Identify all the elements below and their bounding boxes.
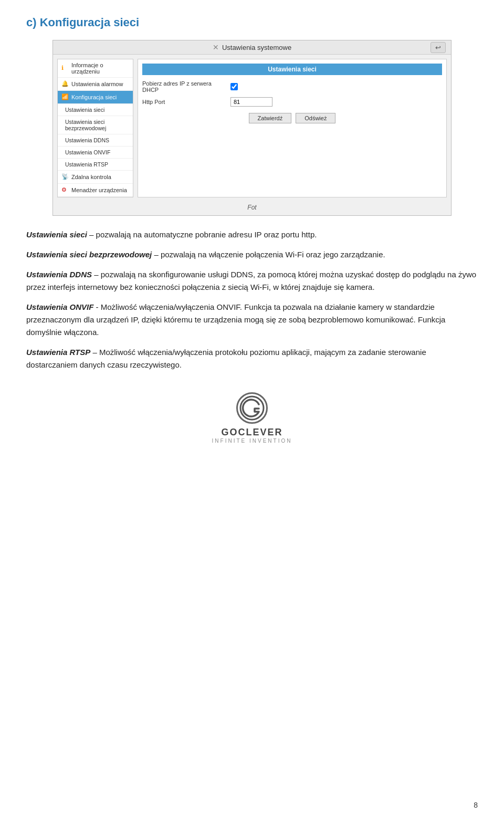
sidebar-item-remote[interactable]: 📡 Zdalna kontrola	[58, 171, 133, 184]
paragraph-1: Ustawienia sieci – pozwalają na automaty…	[26, 228, 478, 241]
sidebar-item-wireless[interactable]: Ustawienia sieci bezprzewodowej	[58, 116, 133, 134]
brand-tagline: INFINITE INVENTION	[212, 438, 292, 444]
text-p1: – pozwalają na automatyczne pobranie adr…	[89, 230, 317, 239]
logo-circle	[236, 392, 268, 424]
bold-ddns: Ustawienia DDNS	[26, 270, 92, 279]
port-input[interactable]	[230, 97, 272, 107]
sidebar-item-network-settings[interactable]: Ustawienia sieci	[58, 104, 133, 116]
sidebar-label-onvif: Ustawienia ONVIF	[65, 149, 110, 155]
manager-icon: ⚙	[61, 186, 69, 194]
dhcp-row: Pobierz adres IP z serwera DHCP	[142, 80, 442, 93]
port-label: Http Port	[142, 99, 226, 105]
sidebar-item-manager[interactable]: ⚙ Menadżer urządzenia	[58, 184, 133, 197]
sidebar: ℹ Informacje o urządzeniu 🔔 Ustawienia a…	[57, 59, 133, 197]
sidebar-label-info: Informacje o urządzeniu	[71, 62, 129, 75]
remote-icon: 📡	[61, 173, 69, 181]
sidebar-item-info[interactable]: ℹ Informacje o urządzeniu	[58, 59, 133, 78]
page-number: 8	[474, 801, 478, 809]
sidebar-item-ddns[interactable]: Ustawienia DDNS	[58, 134, 133, 147]
section-title: Ustawienia sieci	[142, 64, 442, 75]
sidebar-label-remote: Zdalna kontrola	[71, 174, 111, 180]
sidebar-item-alarm[interactable]: 🔔 Ustawienia alarmow	[58, 78, 133, 91]
paragraph-2: Ustawienia sieci bezprzewodowej – pozwal…	[26, 248, 478, 261]
paragraph-3: Ustawienia DDNS – pozwalają na skonfigur…	[26, 268, 478, 294]
window-title: Ustawienia systemowe	[222, 44, 291, 51]
text-p2: – pozwalają na włączenie połączenia Wi-F…	[154, 250, 385, 259]
info-icon: ℹ	[61, 65, 69, 72]
sidebar-label-alarm: Ustawienia alarmow	[71, 81, 123, 87]
refresh-button[interactable]: Odśwież	[296, 113, 335, 123]
back-button[interactable]: ↩	[430, 42, 446, 53]
page-title: c) Konfiguracja sieci	[26, 16, 478, 29]
page-container: c) Konfiguracja sieci ✕ Ustawienia syste…	[0, 0, 504, 825]
sidebar-item-network-config[interactable]: 📶 Konfiguracja sieci	[58, 91, 133, 104]
sidebar-label-network-settings: Ustawienia sieci	[65, 107, 104, 113]
brand-name: GOCLEVER	[221, 427, 282, 438]
titlebar: ✕ Ustawienia systemowe ↩	[53, 40, 451, 55]
sidebar-label-wireless: Ustawienia sieci bezprzewodowej	[65, 119, 129, 131]
bold-onvif: Ustawienia ONVIF	[26, 302, 93, 311]
sidebar-item-rtsp[interactable]: Ustawienia RTSP	[58, 159, 133, 171]
settings-icon: ✕	[213, 43, 219, 51]
logo-svg	[239, 395, 265, 421]
screenshot-box: ✕ Ustawienia systemowe ↩ ℹ Informacje o …	[52, 40, 452, 216]
sidebar-label-manager: Menadżer urządzenia	[71, 187, 127, 193]
form-buttons: Zatwierdź Odśwież	[142, 113, 442, 123]
sidebar-label-ddns: Ustawienia DDNS	[65, 137, 109, 143]
paragraph-4: Ustawienia ONVIF - Możliwość włączenia/w…	[26, 301, 478, 339]
paragraph-5: Ustawienia RTSP – Możliwość włączenia/wy…	[26, 346, 478, 371]
dhcp-checkbox[interactable]	[230, 83, 238, 90]
bell-icon: 🔔	[61, 80, 69, 88]
bold-ustawienia-bezprzewodowej: Ustawienia sieci bezprzewodowej	[26, 250, 152, 259]
sidebar-item-onvif[interactable]: Ustawienia ONVIF	[58, 147, 133, 159]
screenshot-caption: Fot	[53, 202, 451, 215]
sidebar-label-network-config: Konfiguracja sieci	[71, 94, 117, 100]
wifi-icon: 📶	[61, 93, 69, 101]
bold-rtsp: Ustawienia RTSP	[26, 348, 90, 357]
window-body: ℹ Informacje o urządzeniu 🔔 Ustawienia a…	[53, 55, 451, 202]
sys-window: ✕ Ustawienia systemowe ↩ ℹ Informacje o …	[53, 40, 451, 202]
port-row: Http Port	[142, 97, 442, 107]
page-header: c) Konfiguracja sieci	[26, 16, 478, 29]
text-p3: – pozwalają na skonfigurowanie usługi DD…	[26, 270, 476, 291]
dhcp-label: Pobierz adres IP z serwera DHCP	[142, 80, 226, 93]
content-area: Ustawienia sieci Pobierz adres IP z serw…	[138, 59, 447, 197]
sidebar-label-rtsp: Ustawienia RTSP	[65, 161, 108, 168]
footer-logo: GOCLEVER INFINITE INVENTION	[26, 392, 478, 444]
bold-ustawienia-sieci: Ustawienia sieci	[26, 230, 87, 239]
confirm-button[interactable]: Zatwierdź	[249, 113, 292, 123]
